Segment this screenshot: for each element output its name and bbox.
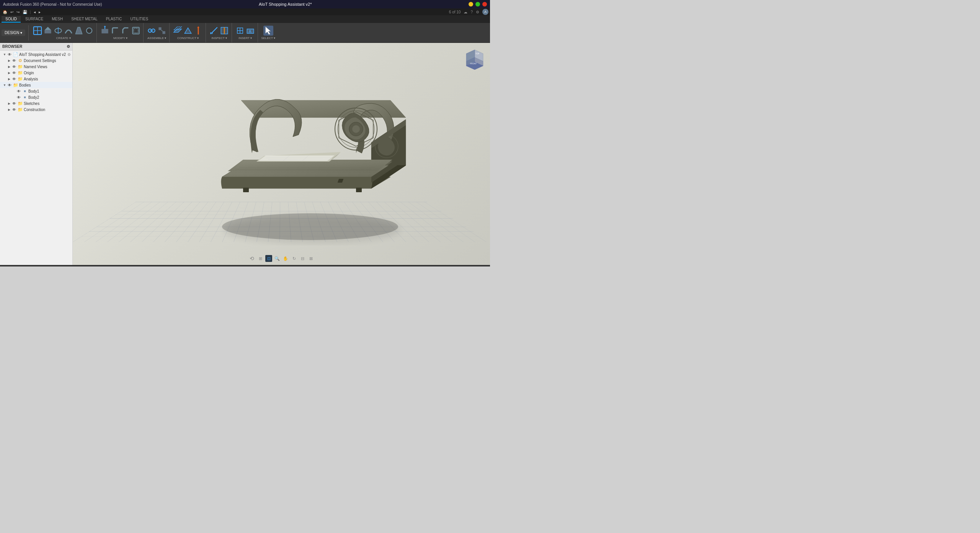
root-vis-icon[interactable]: 👁	[7, 52, 12, 57]
body1-vis-icon[interactable]: 👁	[16, 88, 21, 94]
press-pull-btn[interactable]	[100, 26, 110, 36]
tree-arrow-body2: ▶	[11, 95, 16, 100]
sketches-vis-icon[interactable]: 👁	[11, 101, 17, 106]
home-button[interactable]: 🏠	[2, 10, 8, 14]
zoom-btn[interactable]: 🔍	[274, 255, 281, 262]
axis-btn[interactable]	[193, 26, 203, 36]
bodies-vis-icon[interactable]: 👁	[7, 82, 12, 88]
svg-rect-56	[356, 188, 362, 192]
close-button[interactable]	[482, 2, 487, 7]
views-vis-icon[interactable]: 👁	[11, 64, 17, 69]
tree-item-doc-settings[interactable]: ▶ 👁 ⚙ Document Settings	[0, 57, 72, 64]
root-settings-icon[interactable]: ⚙	[67, 52, 71, 57]
svg-rect-17	[158, 27, 161, 30]
loft-btn[interactable]	[74, 26, 84, 36]
look-at-btn[interactable]: ⊡	[265, 255, 272, 262]
extrude-btn[interactable]	[43, 26, 53, 36]
help-icon[interactable]: ?	[470, 10, 473, 14]
browser-options-btn[interactable]: ⚙	[67, 44, 70, 49]
orbit-btn[interactable]: ↻	[291, 255, 297, 262]
toolbar-sep-1	[28, 25, 29, 41]
tree-item-body1[interactable]: ▶ 👁 ■ Body1	[0, 88, 72, 94]
measure-btn[interactable]	[209, 26, 219, 36]
hole-btn[interactable]	[84, 26, 94, 36]
tab-mesh[interactable]: MESH	[48, 16, 67, 23]
revolve-btn[interactable]	[53, 26, 63, 36]
svg-marker-7	[75, 27, 82, 34]
analysis-vis-icon[interactable]: 👁	[11, 76, 17, 82]
section-analysis-btn[interactable]	[219, 26, 229, 36]
nav-back[interactable]: ◂	[33, 10, 37, 14]
viewcube[interactable]: FRONT TOP	[463, 47, 486, 70]
rigid-group-btn[interactable]	[157, 26, 167, 36]
construction-vis-icon[interactable]: 👁	[11, 107, 17, 112]
body2-vis-icon[interactable]: 👁	[16, 95, 21, 100]
decal-btn[interactable]: A	[245, 26, 255, 36]
zoom-fit-btn[interactable]: ⊞	[257, 255, 264, 262]
account-icon[interactable]: A	[482, 9, 488, 15]
svg-point-32	[222, 213, 398, 240]
tree-arrow-views[interactable]: ▶	[7, 64, 11, 69]
document-title: AIoT Shopping Assistant v2*	[259, 2, 312, 7]
nav-forward[interactable]: ▸	[38, 10, 42, 14]
svg-line-22	[211, 27, 217, 34]
tree-item-bodies[interactable]: ▼ 👁 📁 Bodies	[0, 82, 72, 88]
display-mode-btn[interactable]: ⊟	[299, 255, 306, 262]
tab-plastic[interactable]: PLASTIC	[102, 16, 126, 23]
construct-section: CONSTRUCT ▾	[170, 23, 206, 43]
doc-vis-icon[interactable]: 👁	[11, 58, 17, 63]
tab-solid[interactable]: SOLID	[2, 16, 21, 23]
tab-utilities[interactable]: UTILITIES	[126, 16, 152, 23]
tree-item-body2[interactable]: ▶ 👁 ■ Body2	[0, 94, 72, 100]
plane-angle-btn[interactable]	[183, 26, 193, 36]
analysis-folder-icon: 📁	[18, 76, 23, 82]
tree-arrow-construction[interactable]: ▶	[7, 107, 11, 112]
insert-mesh-btn[interactable]	[235, 26, 245, 36]
svg-point-52	[352, 125, 360, 133]
tree-item-named-views[interactable]: ▶ 👁 📁 Named Views	[0, 64, 72, 70]
offset-plane-btn[interactable]	[173, 26, 183, 36]
tree-item-sketches[interactable]: ▶ 👁 📁 Sketches	[0, 100, 72, 106]
inspect-label: INSPECT ▾	[211, 36, 227, 40]
modify-section: MODIFY ▾	[98, 23, 144, 43]
title-bar: Autodesk Fusion 360 (Personal - Not for …	[0, 0, 490, 8]
pan-btn[interactable]: ✋	[282, 255, 289, 262]
chamfer-btn[interactable]	[121, 26, 131, 36]
undo-button[interactable]: ↩	[9, 10, 15, 14]
tree-arrow-analysis[interactable]: ▶	[7, 77, 11, 81]
tree-arrow-root[interactable]: ▼	[2, 52, 7, 57]
tree-item-construction[interactable]: ▶ 👁 📁 Construction	[0, 106, 72, 113]
tree-label-views: Named Views	[24, 65, 47, 69]
svg-text:FRONT: FRONT	[470, 62, 477, 65]
app-title: Autodesk Fusion 360 (Personal - Not for …	[3, 2, 102, 7]
settings-icon[interactable]: ⚙	[476, 10, 479, 14]
user-count: 6 of 10	[449, 10, 461, 14]
tree-item-analysis[interactable]: ▶ 👁 📁 Analysis	[0, 76, 72, 82]
select-tool-btn[interactable]	[263, 26, 273, 36]
design-dropdown[interactable]: DESIGN ▾	[2, 29, 25, 36]
joint-btn[interactable]	[147, 26, 157, 36]
fit-all-btn[interactable]: ⟲	[248, 255, 255, 262]
tree-arrow-origin[interactable]: ▶	[7, 70, 11, 75]
save-button[interactable]: 💾	[21, 10, 28, 14]
redo-button[interactable]: ↪	[15, 10, 21, 14]
tree-arrow-bodies[interactable]: ▼	[2, 83, 7, 87]
tree-arrow-sketches[interactable]: ▶	[7, 101, 11, 106]
tab-surface[interactable]: SURFACE	[21, 16, 47, 23]
grid-btn[interactable]: ⊠	[307, 255, 314, 262]
tree-item-origin[interactable]: ▶ 👁 📁 Origin	[0, 70, 72, 76]
maximize-button[interactable]	[475, 2, 480, 7]
tree-arrow-doc[interactable]: ▶	[7, 58, 11, 63]
sweep-btn[interactable]	[64, 26, 74, 36]
new-component-btn[interactable]	[33, 26, 42, 36]
main-content: BROWSER ⚙ ▼ 👁 📄 AIoT Shopping Assistant …	[0, 43, 490, 265]
origin-vis-icon[interactable]: 👁	[11, 70, 17, 75]
svg-marker-11	[104, 26, 106, 27]
shell-btn[interactable]	[131, 26, 141, 36]
3d-viewport[interactable]: FRONT TOP ⟲ ⊞ ⊡ 🔍 ✋ ↻ ⊟ ⊠	[73, 43, 490, 265]
minimize-button[interactable]	[469, 2, 473, 7]
insert-section: A INSERT ▾	[233, 23, 258, 43]
tree-item-root[interactable]: ▼ 👁 📄 AIoT Shopping Assistant v2 ⚙	[0, 51, 72, 57]
fillet-btn[interactable]	[110, 26, 120, 36]
tab-sheet-metal[interactable]: SHEET METAL	[67, 16, 101, 23]
